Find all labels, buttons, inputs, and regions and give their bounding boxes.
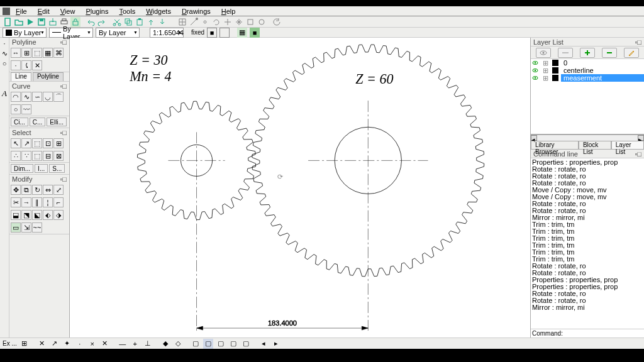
sel4-icon[interactable]: ⊡ — [43, 138, 53, 148]
layer-list-tab[interactable]: Layer List — [611, 141, 644, 149]
sb-marker3-icon[interactable]: ⊥ — [143, 339, 153, 349]
mod-d2-icon[interactable]: ⇲ — [21, 222, 31, 233]
sel6-icon[interactable]: ∴ — [11, 151, 21, 161]
layer-color-icon[interactable] — [551, 60, 560, 66]
sel10-icon[interactable]: ⊠ — [53, 151, 64, 161]
sb-snap3-icon[interactable]: ✦ — [62, 339, 72, 349]
layer-name[interactable]: 0 — [561, 59, 644, 67]
polyline-box-icon[interactable]: ⊞ — [21, 48, 31, 58]
snap-out-button[interactable] — [245, 17, 255, 27]
refresh-button[interactable] — [272, 17, 282, 27]
menu-widgets[interactable]: Widgets — [141, 7, 176, 16]
polyline-mesh-icon[interactable]: ▦ — [43, 48, 53, 58]
ellipse-tab[interactable]: Elli... — [47, 118, 67, 126]
mod-ext-icon[interactable]: → — [21, 197, 31, 207]
curve1-icon[interactable]: ◠ — [11, 92, 21, 102]
mod-d1-icon[interactable]: ▭ — [11, 222, 21, 233]
sel8-icon[interactable]: ⬚ — [32, 151, 42, 161]
lineweight-dropdown[interactable]: By Layer — [96, 28, 140, 38]
sb-screen4-icon[interactable]: ▢ — [228, 339, 238, 349]
polyline-node-icon[interactable]: ⬚ — [32, 48, 42, 58]
sb-snap4-icon[interactable]: · — [75, 339, 85, 349]
snap-midpoint-button[interactable] — [200, 17, 210, 27]
color-dropdown[interactable]: By Layer — [3, 28, 47, 38]
layer-add-button[interactable] — [580, 48, 595, 58]
layer-name[interactable]: centerline — [561, 67, 644, 74]
menu-plugins[interactable]: Plugins — [80, 7, 113, 16]
sb-screen5-icon[interactable]: ▢ — [241, 339, 251, 349]
menu-edit[interactable]: Edit — [33, 7, 55, 16]
c-tab[interactable]: C... — [30, 118, 46, 126]
s-tab[interactable]: S... — [49, 164, 65, 173]
sb-snap6-icon[interactable]: ✕ — [100, 339, 110, 349]
command-history[interactable]: Properties : properties, propRotate : ro… — [531, 158, 644, 329]
sb-prev-icon[interactable]: ◂ — [258, 339, 269, 349]
polyline-tab[interactable]: Polyline — [33, 72, 64, 81]
sel5-icon[interactable]: ⊞ — [53, 138, 64, 148]
layer-color-icon[interactable] — [551, 75, 560, 81]
curve-wave-icon[interactable]: 〰 — [21, 104, 31, 114]
mod-b4-icon[interactable]: ⬖ — [43, 210, 53, 220]
grid-button[interactable] — [177, 17, 187, 27]
mod-brk-icon[interactable]: ¦ — [43, 197, 53, 207]
save-button[interactable] — [36, 17, 47, 27]
mod-b5-icon[interactable]: ⬗ — [53, 210, 64, 220]
mod-mirror-icon[interactable]: ⇔ — [43, 185, 53, 195]
dim-tab[interactable]: Dim... — [11, 164, 33, 173]
copy-button[interactable] — [123, 17, 133, 27]
hatch2-button[interactable]: ■ — [250, 28, 260, 38]
new-file-button[interactable] — [3, 17, 13, 27]
sb-grid-icon[interactable]: ⊞ — [19, 339, 30, 349]
zoom-down-button[interactable] — [157, 17, 167, 27]
panel-controls-icon[interactable]: ▫□ — [60, 175, 67, 183]
run-button[interactable] — [25, 17, 35, 27]
sb-snap5-icon[interactable]: × — [87, 339, 97, 349]
snap-gear-button[interactable] — [257, 17, 267, 27]
layer-list-scrollbar[interactable]: ◂▸ — [531, 134, 644, 141]
sb-screen1-icon[interactable]: ▢ — [191, 339, 201, 349]
panel-controls-icon[interactable]: ▫□ — [60, 82, 67, 90]
sb-screen3-icon[interactable]: ▢ — [216, 339, 226, 349]
curve5-icon[interactable]: ⌒ — [53, 92, 64, 102]
sel7-icon[interactable]: ∵ — [21, 151, 31, 161]
layer-remove-button[interactable] — [602, 48, 617, 58]
mod-move-icon[interactable]: ✥ — [11, 185, 21, 195]
sel3-icon[interactable]: ⬚ — [32, 138, 42, 148]
layer-color-icon[interactable] — [551, 67, 560, 74]
linetype-dropdown[interactable]: By Layer — [49, 28, 93, 38]
layer-row[interactable]: ⊞measerment — [531, 74, 644, 82]
line-tab[interactable]: Line — [11, 72, 31, 81]
layer-hide-button[interactable] — [558, 48, 573, 58]
open-file-button[interactable] — [14, 17, 24, 27]
sel9-icon[interactable]: ⊟ — [43, 151, 53, 161]
command-input-row[interactable]: Command: — [531, 329, 644, 337]
menu-tools[interactable]: Tools — [114, 7, 140, 16]
panel-controls-icon[interactable]: ▫□ — [635, 150, 641, 158]
sb-screen2-icon[interactable]: ▢ — [203, 339, 213, 349]
mod-b1-icon[interactable]: ⬓ — [11, 210, 21, 220]
mod-flt-icon[interactable]: ⌐ — [53, 197, 64, 207]
layer-freeze-icon[interactable]: ⊞ — [541, 74, 550, 82]
paste-button[interactable] — [135, 17, 145, 27]
scale-dropdown[interactable]: 1:1.65044 — [150, 28, 184, 38]
panel-controls-icon[interactable]: ▫□ — [635, 38, 641, 46]
mod-d3-icon[interactable]: ~~ — [32, 222, 42, 233]
layer-visibility-icon[interactable] — [531, 60, 540, 66]
polyline-arc-icon[interactable]: ⤹ — [21, 60, 31, 70]
circle-tab[interactable]: Ci... — [11, 118, 28, 126]
sb-marker2-icon[interactable]: + — [130, 339, 140, 349]
snap-endpoint-button[interactable] — [189, 17, 199, 27]
sb-view1-icon[interactable]: ◆ — [160, 339, 170, 349]
curve-tool-icon[interactable]: ∿ — [0, 49, 9, 58]
curve3-icon[interactable]: ∽ — [32, 92, 42, 102]
curve4-icon[interactable]: ◡ — [43, 92, 53, 102]
text-tool-icon[interactable]: A — [0, 89, 9, 98]
sb-next-icon[interactable]: ▸ — [271, 339, 281, 349]
fixed-check1[interactable]: ■ — [207, 28, 217, 38]
curve2-icon[interactable]: ∿ — [21, 92, 31, 102]
layer-visibility-icon[interactable] — [531, 67, 540, 74]
layer-visibility-icon[interactable] — [531, 75, 540, 81]
circle-tool-icon[interactable]: ○ — [0, 59, 9, 68]
mod-b3-icon[interactable]: ⬕ — [32, 210, 42, 220]
drawing-canvas[interactable]: .gear { fill: none; stroke: #000; stroke… — [70, 38, 531, 337]
